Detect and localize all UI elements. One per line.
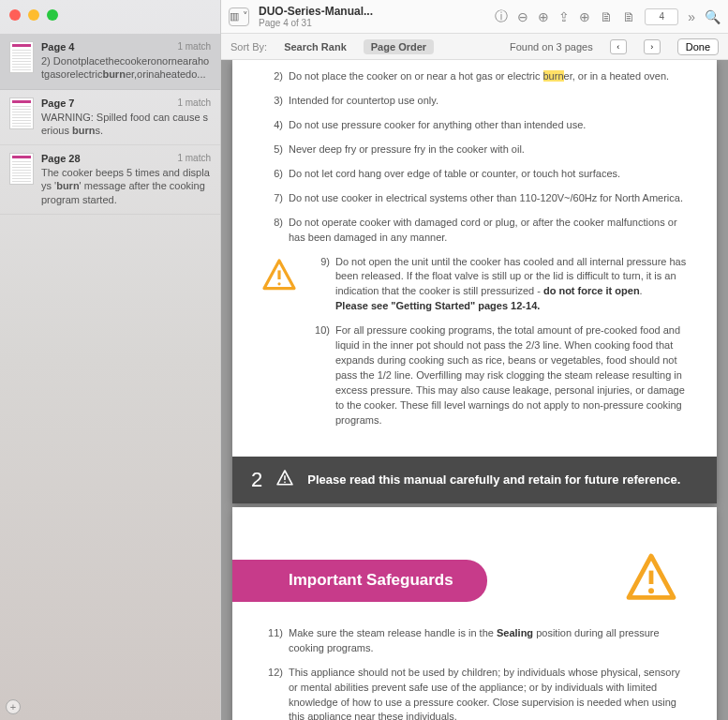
page-icon-2[interactable]: 🗎 <box>622 9 635 24</box>
safeguard-item: 2)Do not place the cooker on or near a h… <box>260 69 689 84</box>
result-thumbnail <box>9 41 34 73</box>
safeguard-item: 5)Never deep fry or pressure fry in the … <box>260 142 689 158</box>
safeguard-item: 8)Do not operate cooker with damaged cor… <box>260 216 689 246</box>
result-page: Page 4 <box>41 41 74 52</box>
pdf-page-4: 2)Do not place the cooker on or near a h… <box>232 60 717 503</box>
info-icon[interactable]: ⓘ <box>495 8 508 25</box>
page-icon[interactable]: 🗎 <box>600 9 613 24</box>
safeguard-item: 7)Do not use cooker in electrical system… <box>260 191 689 206</box>
safeguard-item: 11)Make sure the steam release handle is… <box>260 626 689 656</box>
safeguards-heading: Important Safeguards <box>232 560 487 602</box>
next-result[interactable]: › <box>644 39 661 54</box>
pdf-page-5: Important Safeguards 11)Make sure the st… <box>232 507 717 720</box>
safeguard-item: 4)Do not use pressure cooker for anythin… <box>260 118 689 133</box>
result-snippet: WARNING: Spilled food can cause serious … <box>41 111 211 138</box>
add-button[interactable]: + <box>6 699 21 714</box>
search-results-sidebar: Page 41 match2) Donotplacethecookeronorn… <box>0 0 221 720</box>
page-viewport[interactable]: 2)Do not place the cooker on or near a h… <box>221 60 728 720</box>
search-result[interactable]: Page 41 match2) Donotplacethecookeronorn… <box>0 34 220 90</box>
search-result[interactable]: Page 281 matchThe cooker beeps 5 times a… <box>0 145 220 215</box>
close-window[interactable] <box>9 9 21 21</box>
footer-text: Please read this manual carefully and re… <box>307 472 680 487</box>
sort-page-order[interactable]: Page Order <box>364 39 434 54</box>
svg-point-3 <box>284 481 286 483</box>
found-count: Found on 3 pages <box>510 41 593 52</box>
prev-result[interactable]: ‹ <box>610 39 627 54</box>
zoom-in-icon[interactable]: ⊕ <box>538 9 549 24</box>
document-title: DUO-Series-Manual... <box>259 5 373 18</box>
search-result[interactable]: Page 71 matchWARNING: Spilled food can c… <box>0 90 220 146</box>
result-page: Page 28 <box>41 153 81 164</box>
sidebar-toggle[interactable]: ▥ ˅ <box>229 8 249 26</box>
search-icon[interactable]: ⊕ <box>579 9 590 24</box>
share-icon[interactable]: ⇪ <box>558 9 570 24</box>
result-thumbnail <box>9 98 34 129</box>
sort-by-label: Sort By: <box>230 41 267 52</box>
safeguard-item-10: 10) For all pressure cooking programs, t… <box>307 323 689 428</box>
safeguard-item: 12)This appliance should not be used by … <box>260 666 689 720</box>
page-number-input[interactable] <box>645 8 678 25</box>
match-count: 1 match <box>177 153 211 164</box>
result-snippet: 2) Donotplacethecookeronornearahotgasore… <box>41 54 211 82</box>
warning-icon-large <box>623 550 679 611</box>
result-thumbnail <box>9 153 34 185</box>
svg-point-1 <box>277 282 280 285</box>
safeguard-item-9: 9) Do not open the unit until the cooker… <box>307 255 689 315</box>
zoom-out-icon[interactable]: ⊖ <box>517 9 528 24</box>
result-page: Page 7 <box>41 98 74 109</box>
window-controls <box>9 9 58 21</box>
sort-bar: Sort By: Search Rank Page Order Found on… <box>221 34 728 60</box>
result-snippet: The cooker beeps 5 times and displays 'b… <box>41 166 211 206</box>
toolbar: ▥ ˅ DUO-Series-Manual... Page 4 of 31 ⓘ … <box>221 0 728 34</box>
safeguard-item: 3)Intended for countertop use only. <box>260 94 689 109</box>
safeguard-item: 6)Do not let cord hang over edge of tabl… <box>260 167 689 182</box>
svg-point-5 <box>648 588 654 593</box>
warning-icon-small <box>275 469 294 491</box>
warning-icon <box>260 257 298 299</box>
page-indicator: Page 4 of 31 <box>259 18 373 28</box>
match-count: 1 match <box>177 98 211 109</box>
page-footer: 2 Please read this manual carefully and … <box>232 457 717 503</box>
zoom-window[interactable] <box>47 9 58 21</box>
page-number: 2 <box>251 468 262 492</box>
done-button[interactable]: Done <box>677 38 719 55</box>
minimize-window[interactable] <box>28 9 39 21</box>
sort-search-rank[interactable]: Search Rank <box>284 41 347 52</box>
more-icon[interactable]: » <box>688 9 695 24</box>
match-count: 1 match <box>177 41 211 52</box>
search-toolbar-icon[interactable]: 🔍 <box>705 9 721 24</box>
